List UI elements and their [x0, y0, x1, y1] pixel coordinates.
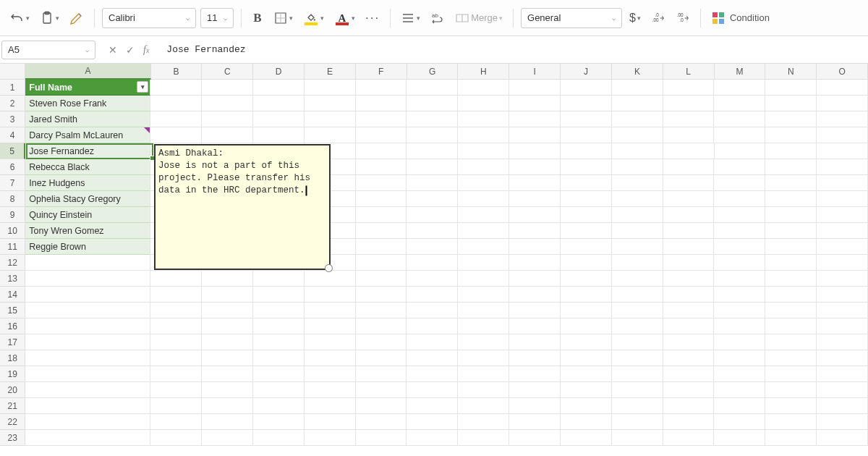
conditional-formatting-button[interactable]: Condition	[708, 7, 773, 29]
format-painter-button[interactable]	[67, 7, 87, 29]
cell[interactable]	[817, 303, 868, 318]
cell[interactable]	[150, 334, 202, 350]
cell[interactable]	[407, 175, 458, 191]
cell[interactable]	[612, 271, 663, 287]
cell[interactable]	[305, 334, 356, 350]
cell[interactable]	[765, 239, 817, 255]
row-header[interactable]: 8	[0, 191, 25, 207]
cell[interactable]	[714, 223, 765, 239]
cell[interactable]	[356, 271, 407, 287]
cell[interactable]	[765, 430, 817, 446]
cell[interactable]	[25, 334, 150, 350]
cell[interactable]	[407, 111, 458, 127]
cell[interactable]	[663, 414, 715, 430]
cell[interactable]	[509, 366, 561, 382]
table-data-cell[interactable]: Darcy Psalm McLauren	[25, 127, 150, 143]
cell[interactable]	[612, 414, 663, 430]
column-header-E[interactable]: E	[305, 64, 356, 80]
cell[interactable]	[407, 143, 458, 159]
cell[interactable]	[509, 350, 561, 366]
cell[interactable]	[253, 303, 305, 318]
cell[interactable]	[714, 175, 765, 191]
cell[interactable]	[561, 96, 612, 111]
name-box[interactable]: A5 ⌵	[1, 41, 95, 59]
cell[interactable]	[765, 334, 817, 350]
cell[interactable]	[458, 366, 509, 382]
increase-decimal-button[interactable]: .0.00	[648, 7, 668, 29]
cell[interactable]	[150, 318, 202, 334]
cell[interactable]	[407, 366, 458, 382]
cell[interactable]	[765, 207, 817, 223]
cell[interactable]	[714, 303, 765, 318]
cell[interactable]	[663, 287, 715, 303]
cell[interactable]	[202, 350, 253, 366]
cell[interactable]	[356, 143, 407, 159]
row-header[interactable]: 5	[0, 143, 25, 159]
cell[interactable]	[817, 318, 868, 334]
column-header-I[interactable]: I	[509, 64, 561, 80]
cell[interactable]	[356, 80, 407, 96]
cell[interactable]	[407, 287, 458, 303]
row-header[interactable]: 1	[0, 80, 25, 96]
row-header[interactable]: 2	[0, 96, 25, 111]
cell[interactable]	[253, 414, 305, 430]
cell[interactable]	[150, 414, 202, 430]
row-header[interactable]: 15	[0, 303, 25, 318]
cell[interactable]	[561, 366, 612, 382]
cell[interactable]	[407, 398, 458, 414]
cell[interactable]	[612, 127, 663, 143]
cell[interactable]	[663, 143, 715, 159]
cell[interactable]	[202, 303, 253, 318]
cell[interactable]	[356, 175, 407, 191]
cell[interactable]	[356, 223, 407, 239]
cell[interactable]	[356, 287, 407, 303]
cell[interactable]	[765, 350, 817, 366]
cell[interactable]	[663, 318, 715, 334]
cell[interactable]	[458, 382, 509, 398]
table-data-cell[interactable]: Inez Hudgens	[25, 175, 150, 191]
cell[interactable]	[407, 271, 458, 287]
cell[interactable]	[612, 80, 663, 96]
cell[interactable]	[765, 318, 817, 334]
cell[interactable]	[25, 255, 150, 271]
cell[interactable]	[714, 159, 765, 175]
column-header-F[interactable]: F	[356, 64, 407, 80]
cell[interactable]	[458, 430, 509, 446]
cell[interactable]	[202, 398, 253, 414]
cell[interactable]	[253, 127, 305, 143]
cell[interactable]	[458, 318, 509, 334]
cell[interactable]	[714, 127, 765, 143]
cell[interactable]	[458, 303, 509, 318]
row-header[interactable]: 17	[0, 334, 25, 350]
cell[interactable]	[663, 111, 715, 127]
cell[interactable]	[715, 143, 766, 159]
cell[interactable]	[714, 111, 765, 127]
row-header[interactable]: 6	[0, 159, 25, 175]
cell[interactable]	[817, 271, 868, 287]
cell[interactable]	[150, 382, 202, 398]
cell[interactable]	[356, 239, 407, 255]
cell[interactable]	[356, 303, 407, 318]
select-all-corner[interactable]	[0, 64, 25, 80]
cell[interactable]	[458, 350, 509, 366]
cell[interactable]	[25, 350, 150, 366]
cell[interactable]	[253, 366, 305, 382]
fx-icon[interactable]: fx	[143, 44, 149, 56]
cell[interactable]	[407, 127, 458, 143]
cell[interactable]	[202, 334, 253, 350]
cell[interactable]	[202, 318, 253, 334]
cell[interactable]	[612, 191, 663, 207]
column-header-O[interactable]: O	[817, 64, 868, 80]
cell[interactable]	[561, 350, 612, 366]
cell[interactable]	[765, 398, 817, 414]
cell[interactable]	[612, 111, 663, 127]
cell[interactable]	[509, 191, 561, 207]
cell[interactable]	[612, 287, 663, 303]
cell[interactable]	[458, 223, 509, 239]
cell[interactable]	[202, 382, 253, 398]
cancel-edit-icon[interactable]: ✕	[109, 44, 117, 56]
cell[interactable]	[714, 414, 765, 430]
cell[interactable]	[612, 366, 663, 382]
cell[interactable]	[150, 127, 202, 143]
cell[interactable]	[817, 414, 868, 430]
